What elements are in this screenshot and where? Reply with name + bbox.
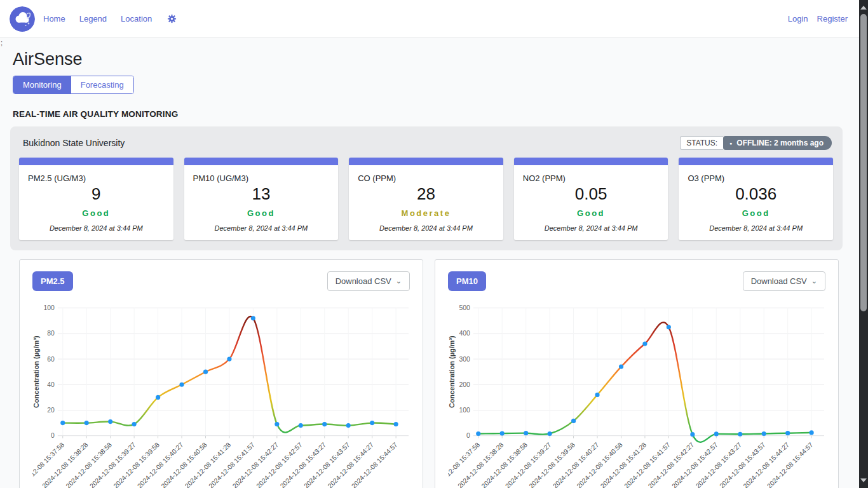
svg-text:40: 40 xyxy=(47,381,55,388)
metric-card-co: CO (PPM) 28 Moderate December 8, 2024 at… xyxy=(349,158,503,240)
station-panel: Bukidnon State University STATUS: ● OFFL… xyxy=(10,126,843,250)
svg-text:2024-12-08 15:40:27: 2024-12-08 15:40:27 xyxy=(136,441,184,488)
chevron-down-icon: ⌄ xyxy=(811,277,817,285)
svg-text:2024-12-08 15:43:57: 2024-12-08 15:43:57 xyxy=(718,441,766,488)
svg-text:2024-12-08 15:41:57: 2024-12-08 15:41:57 xyxy=(623,441,671,488)
card-status: Good xyxy=(193,208,330,218)
pm10-chart: 01002003004005002024-12-08 15:37:582024-… xyxy=(448,299,825,488)
download-csv-label: Download CSV xyxy=(751,276,807,286)
card-timestamp: December 8, 2024 at 3:44 PM xyxy=(28,224,165,232)
register-link[interactable]: Register xyxy=(817,14,848,24)
card-status: Good xyxy=(523,208,660,218)
svg-text:2024-12-08 15:41:28: 2024-12-08 15:41:28 xyxy=(599,441,648,488)
svg-text:2024-12-08 15:39:58: 2024-12-08 15:39:58 xyxy=(528,441,576,488)
svg-text:2024-12-08 15:42:57: 2024-12-08 15:42:57 xyxy=(670,441,719,488)
card-accent-bar xyxy=(19,158,173,165)
chart-header: PM10 Download CSV ⌄ xyxy=(448,271,825,291)
metric-card-pm25: PM2.5 (UG/M3) 9 Good December 8, 2024 at… xyxy=(19,158,173,240)
card-timestamp: December 8, 2024 at 3:44 PM xyxy=(523,224,660,232)
card-label: PM10 (UG/M3) xyxy=(193,173,330,183)
nav-link-legend[interactable]: Legend xyxy=(79,14,107,24)
svg-text:200: 200 xyxy=(459,381,470,388)
svg-text:2024-12-08 15:42:27: 2024-12-08 15:42:27 xyxy=(231,441,280,488)
status-dot-icon: ● xyxy=(729,141,732,146)
card-value: 9 xyxy=(28,184,165,204)
download-csv-label: Download CSV xyxy=(336,276,391,286)
tab-monitoring[interactable]: Monitoring xyxy=(13,76,71,93)
svg-text:2024-12-08 15:40:27: 2024-12-08 15:40:27 xyxy=(552,441,600,488)
metric-card-no2: NO2 (PPM) 0.05 Good December 8, 2024 at … xyxy=(514,158,668,240)
card-body: NO2 (PPM) 0.05 Good December 8, 2024 at … xyxy=(514,165,668,240)
nav-link-location[interactable]: Location xyxy=(121,14,152,24)
svg-text:2024-12-08 15:43:27: 2024-12-08 15:43:27 xyxy=(695,441,743,488)
svg-text:2024-12-08 15:39:27: 2024-12-08 15:39:27 xyxy=(504,441,552,488)
station-row: Bukidnon State University STATUS: ● OFFL… xyxy=(19,133,833,158)
card-value: 0.05 xyxy=(523,184,660,204)
pm25-chart-badge: PM2.5 xyxy=(32,271,73,291)
download-csv-button[interactable]: Download CSV ⌄ xyxy=(327,271,410,291)
tab-forecasting[interactable]: Forecasting xyxy=(71,76,133,93)
pm25-chart: 0204060801002024-12-08 15:37:582024-12-0… xyxy=(32,299,410,488)
status-group: STATUS: ● OFFLINE: 2 months ago xyxy=(680,136,832,150)
svg-text:2024-12-08 15:43:27: 2024-12-08 15:43:27 xyxy=(279,441,327,488)
login-link[interactable]: Login xyxy=(788,14,808,24)
stray-glyph: ; xyxy=(1,39,3,46)
metric-cards: PM2.5 (UG/M3) 9 Good December 8, 2024 at… xyxy=(19,158,833,240)
card-label: PM2.5 (UG/M3) xyxy=(28,173,165,183)
card-accent-bar xyxy=(184,158,339,165)
svg-text:300: 300 xyxy=(459,356,470,363)
svg-text:2024-12-08 15:38:28: 2024-12-08 15:38:28 xyxy=(456,441,505,488)
view-tabs: Monitoring Forecasting xyxy=(13,76,134,94)
metric-card-pm10: PM10 (UG/M3) 13 Good December 8, 2024 at… xyxy=(184,158,339,240)
pm25-chart-panel: PM2.5 Download CSV ⌄ 0204060801002024-12… xyxy=(19,259,423,488)
airsense-logo-icon[interactable] xyxy=(10,6,35,32)
status-badge: ● OFFLINE: 2 months ago xyxy=(723,136,832,150)
card-timestamp: December 8, 2024 at 3:44 PM xyxy=(358,224,494,232)
card-value: 28 xyxy=(358,184,494,204)
card-status: Good xyxy=(28,208,165,218)
card-body: PM2.5 (UG/M3) 9 Good December 8, 2024 at… xyxy=(19,165,173,240)
svg-text:60: 60 xyxy=(47,356,55,363)
card-timestamp: December 8, 2024 at 3:44 PM xyxy=(688,224,824,232)
svg-text:2024-12-08 15:39:58: 2024-12-08 15:39:58 xyxy=(112,441,161,488)
svg-text:2024-12-08 15:44:27: 2024-12-08 15:44:27 xyxy=(327,441,375,488)
svg-text:Concentration (µg/m³): Concentration (µg/m³) xyxy=(32,336,40,408)
card-value: 0.036 xyxy=(688,184,824,204)
station-name: Bukidnon State University xyxy=(23,138,125,148)
svg-text:2024-12-08 15:41:57: 2024-12-08 15:41:57 xyxy=(207,441,255,488)
card-status: Moderate xyxy=(358,208,494,218)
svg-text:2024-12-08 15:38:58: 2024-12-08 15:38:58 xyxy=(480,441,529,488)
svg-text:2024-12-08 15:40:58: 2024-12-08 15:40:58 xyxy=(160,441,208,488)
svg-text:100: 100 xyxy=(43,304,55,311)
card-accent-bar xyxy=(349,158,503,165)
card-status: Good xyxy=(688,208,824,218)
nav-links: Home Legend Location xyxy=(43,14,152,24)
download-csv-button[interactable]: Download CSV ⌄ xyxy=(743,271,825,291)
svg-text:2024-12-08 15:44:27: 2024-12-08 15:44:27 xyxy=(742,441,790,488)
svg-text:0: 0 xyxy=(466,432,470,439)
pm10-chart-panel: PM10 Download CSV ⌄ 01002003004005002024… xyxy=(435,259,839,488)
nav-link-home[interactable]: Home xyxy=(43,14,65,24)
scrollbar-down-arrow-icon[interactable] xyxy=(860,478,867,482)
scrollbar[interactable] xyxy=(859,0,868,488)
auth-links: Login Register xyxy=(788,14,848,24)
svg-text:2024-12-08 15:39:27: 2024-12-08 15:39:27 xyxy=(88,441,137,488)
settings-gear-icon[interactable] xyxy=(167,14,177,24)
scrollbar-up-arrow-icon[interactable] xyxy=(860,6,867,10)
page-title: AirSense xyxy=(13,50,859,69)
scrollbar-thumb[interactable] xyxy=(860,14,867,311)
card-label: NO2 (PPM) xyxy=(523,173,660,183)
svg-text:2024-12-08 15:38:58: 2024-12-08 15:38:58 xyxy=(65,441,113,488)
main-content: ; AirSense Monitoring Forecasting REAL-T… xyxy=(0,39,859,488)
pm10-chart-badge: PM10 xyxy=(448,271,486,291)
svg-text:100: 100 xyxy=(459,407,470,414)
svg-text:500: 500 xyxy=(459,304,470,311)
card-accent-bar xyxy=(679,158,833,165)
svg-text:2024-12-08 15:40:58: 2024-12-08 15:40:58 xyxy=(576,441,624,488)
card-accent-bar xyxy=(514,158,668,165)
chevron-down-icon: ⌄ xyxy=(396,277,402,285)
svg-text:0: 0 xyxy=(51,432,55,439)
section-heading: REAL-TIME AIR QUALITY MONITORING xyxy=(13,109,859,119)
svg-text:400: 400 xyxy=(459,330,470,337)
svg-text:2024-12-08 15:44:57: 2024-12-08 15:44:57 xyxy=(766,441,814,488)
